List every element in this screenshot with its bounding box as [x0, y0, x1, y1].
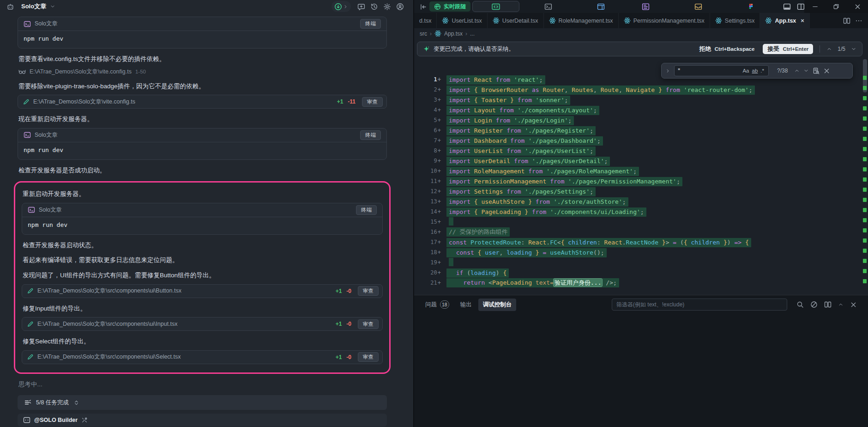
find-in-selection-icon[interactable] — [813, 67, 820, 74]
account-icon[interactable] — [394, 1, 405, 12]
react-icon — [715, 17, 722, 24]
code-line: 14+import { PageLoading } from './compon… — [414, 207, 862, 217]
review-button[interactable]: 审查 — [358, 352, 379, 362]
tab-d.tsx[interactable]: d.tsx — [414, 13, 437, 28]
find-next-icon[interactable] — [803, 68, 809, 73]
terminal-button[interactable]: 终端 — [356, 205, 377, 215]
update-pill[interactable] — [332, 1, 351, 12]
find-close-icon[interactable] — [823, 67, 830, 74]
form-view-icon[interactable] — [640, 1, 651, 12]
review-button[interactable]: 审查 — [358, 319, 379, 329]
window-controls — [804, 0, 868, 13]
console-search-icon[interactable] — [796, 301, 804, 308]
terminal-button[interactable]: 终端 — [360, 19, 381, 29]
diff-ruler-mark — [863, 116, 867, 121]
breadcrumb-more[interactable]: ... — [470, 30, 475, 37]
terminal-card: Solo文章终端npm run dev — [18, 128, 387, 160]
restore-button[interactable] — [826, 0, 847, 13]
console-split-icon[interactable] — [824, 301, 832, 308]
aperture-icon — [434, 3, 441, 10]
chevron-down-icon[interactable] — [50, 4, 55, 9]
terminal-card-title: Solo文章 — [39, 206, 352, 214]
split-editor-icon[interactable] — [843, 17, 850, 24]
tab-UserList.tsx[interactable]: UserList.tsx — [437, 13, 487, 28]
review-button[interactable]: 审查 — [362, 97, 383, 107]
more-actions-icon[interactable] — [855, 17, 862, 24]
panel-tab-问题[interactable]: 问题18 — [421, 298, 454, 311]
panel-maximize-icon[interactable] — [838, 302, 844, 307]
tab-App.tsx[interactable]: App.tsx× — [760, 13, 809, 28]
line-number: 13+ — [414, 198, 441, 205]
gear-icon[interactable] — [381, 1, 392, 12]
inbox-view-icon[interactable] — [693, 1, 704, 12]
breadcrumb-root[interactable]: src — [420, 30, 427, 37]
regex-toggle[interactable]: .* — [759, 68, 766, 73]
find-input[interactable] — [677, 67, 741, 74]
tab-Settings.tsx[interactable]: Settings.tsx — [710, 13, 760, 28]
terminal-icon — [28, 206, 35, 214]
builder-bar[interactable]: @SOLO Builder — [18, 414, 387, 427]
next-change-icon[interactable] — [851, 46, 856, 52]
chevron-right-icon — [343, 4, 348, 9]
accept-button[interactable]: 接受 Ctrl+Enter — [763, 44, 813, 54]
panel-tab-输出[interactable]: 输出 — [456, 299, 476, 311]
figma-icon[interactable] — [745, 1, 756, 12]
panel-tab-调试控制台[interactable]: 调试控制台 — [478, 299, 517, 311]
react-icon — [765, 17, 772, 24]
tab-PermissionManagement.tsx[interactable]: PermissionManagement.tsx — [619, 13, 710, 28]
bottom-panel: 问题18输出调试控制台 — [414, 295, 868, 427]
file-edit-card[interactable]: E:\ATrae_Demos\Solo文章\src\components\ui\… — [22, 350, 383, 364]
robot-icon[interactable] — [5, 1, 16, 12]
task-progress-bar[interactable]: 5/8 任务完成 — [18, 395, 387, 410]
overview-ruler[interactable] — [862, 39, 868, 295]
find-prev-icon[interactable] — [794, 68, 800, 73]
tab-UserDetail.tsx[interactable]: UserDetail.tsx — [488, 13, 544, 28]
file-path: E:\ATrae_Demos\Solo文章\src\components\ui\… — [37, 287, 332, 295]
close-button[interactable] — [847, 0, 868, 13]
console-filter-input[interactable] — [612, 299, 787, 311]
accept-shortcut: Ctrl+Enter — [783, 46, 808, 52]
file-edit-card[interactable]: E:\ATrae_Demos\Solo文章\src\components\ui\… — [22, 317, 383, 331]
file-edit-card[interactable]: E:\ATrae_Demos\Solo文章\src\components\ui\… — [22, 284, 383, 298]
tab-RoleManagement.tsx[interactable]: RoleManagement.tsx — [544, 13, 619, 28]
reject-button[interactable]: 拒绝 — [699, 45, 711, 53]
diff-ruler-mark — [863, 127, 867, 131]
line-number: 20+ — [414, 269, 441, 276]
code-line: 2+import { BrowserRouter as Router, Rout… — [414, 85, 862, 95]
review-button[interactable]: 审查 — [358, 286, 379, 296]
find-expand-icon[interactable] — [665, 68, 670, 73]
line-number: 12+ — [414, 188, 441, 195]
line-number: 14+ — [414, 208, 441, 215]
breadcrumb-file[interactable]: App.tsx — [444, 30, 463, 37]
line-number: 2+ — [414, 86, 441, 93]
file-edit-card[interactable]: E:\ATrae_Demos\Solo文章\vite.config.ts+1-1… — [18, 95, 387, 109]
panel-close-icon[interactable] — [850, 301, 857, 308]
browser-view-icon[interactable] — [595, 1, 606, 12]
terminal-view-icon[interactable] — [542, 1, 554, 12]
breadcrumb-separator: › — [465, 30, 467, 37]
code-line: 9+import UserDetail from './pages/UserDe… — [414, 156, 862, 166]
tab-label: Settings.tsx — [725, 18, 755, 24]
history-icon[interactable] — [368, 1, 380, 12]
file-reference[interactable]: E:\ATrae_Demos\Solo文章\vite.config.ts1-50 — [18, 68, 386, 76]
code-line: 21+ return <PageLoading text=验证用户身份... /… — [414, 278, 862, 288]
match-case-toggle[interactable]: Aa — [741, 68, 750, 73]
diff-review-bar: 变更已完成，请确认是否采纳。 拒绝 Ctrl+Backspace 接受 Ctrl… — [417, 42, 862, 56]
whole-word-toggle[interactable]: ab — [751, 68, 760, 73]
code-line: 17+const ProtectedRoute: React.FC<{ chil… — [414, 237, 862, 247]
panel-bottom-icon[interactable] — [781, 1, 792, 12]
session-title[interactable]: Solo文章 — [21, 2, 46, 11]
prev-change-icon[interactable] — [826, 46, 832, 52]
file-path: E:\ATrae_Demos\Solo文章\vite.config.ts — [33, 98, 333, 106]
new-chat-icon[interactable] — [356, 1, 367, 12]
console-clear-icon[interactable] — [810, 301, 818, 308]
diff-ruler-mark — [863, 238, 867, 243]
collapse-left-icon[interactable] — [418, 1, 429, 12]
tab-label: App.tsx — [775, 18, 796, 24]
tab-close-icon[interactable]: × — [801, 17, 804, 24]
line-range: 1-50 — [135, 69, 146, 74]
code-preview-tab[interactable] — [472, 1, 519, 12]
follow-mode-pill[interactable]: 实时跟随 — [429, 1, 470, 12]
minimize-button[interactable] — [804, 0, 826, 13]
terminal-button[interactable]: 终端 — [360, 130, 381, 140]
